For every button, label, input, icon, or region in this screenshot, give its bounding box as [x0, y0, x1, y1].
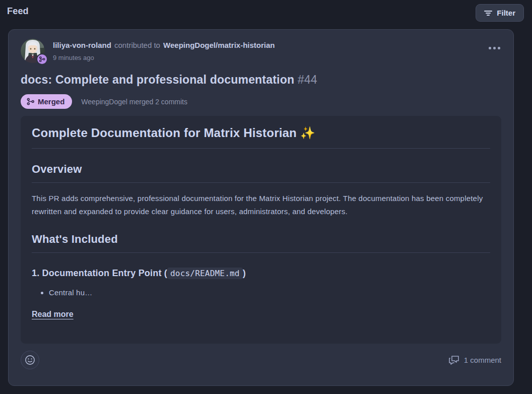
item-heading: 1. Documentation Entry Point (docs/READM… — [32, 268, 490, 279]
list-item: Central hu… — [49, 287, 490, 299]
avatar[interactable] — [21, 39, 45, 63]
read-more-link[interactable]: Read more — [32, 310, 74, 319]
inline-code: docs/README.md — [167, 268, 243, 279]
smiley-icon — [25, 355, 35, 365]
pr-title[interactable]: docs: Complete and professional document… — [21, 73, 501, 87]
page-title: Feed — [7, 4, 29, 17]
badge-row: Merged WeepingDogel merged 2 commits — [21, 94, 501, 109]
comments-count: 1 comment — [464, 356, 501, 364]
filter-icon — [484, 10, 492, 17]
merged-status-badge: Merged — [21, 94, 72, 109]
byline: liliya-von-roland contributed to Weeping… — [53, 41, 488, 49]
card-header: liliya-von-roland contributed to Weeping… — [21, 39, 501, 63]
pr-description: Complete Documentation for Matrix Histor… — [21, 116, 501, 344]
overview-heading: Overview — [32, 163, 490, 183]
filter-button[interactable]: Filter — [476, 4, 524, 22]
header-text: liliya-von-roland contributed to Weeping… — [53, 39, 488, 61]
more-options-button[interactable] — [488, 42, 501, 54]
repo-link[interactable]: WeepingDogel/matrix-historian — [163, 41, 275, 49]
action-text: contributed to — [114, 41, 160, 49]
merged-label: Merged — [38, 97, 64, 106]
author-link[interactable]: liliya-von-roland — [53, 41, 111, 49]
pr-number: #44 — [298, 73, 317, 86]
item-heading-prefix: 1. Documentation Entry Point ( — [32, 268, 167, 278]
feed-card: liliya-von-roland contributed to Weeping… — [8, 29, 514, 386]
add-reaction-button[interactable] — [21, 351, 39, 369]
comments-icon — [448, 355, 459, 365]
avatar-merge-badge — [36, 53, 48, 65]
card-footer: 1 comment — [21, 351, 501, 377]
comments-link[interactable]: 1 comment — [448, 355, 501, 365]
doc-heading: Complete Documentation for Matrix Histor… — [32, 126, 490, 149]
filter-label: Filter — [497, 9, 515, 17]
merge-detail: WeepingDogel merged 2 commits — [81, 98, 187, 106]
git-merge-icon — [39, 56, 45, 62]
timestamp: 9 minutes ago — [53, 54, 488, 61]
pr-title-text: docs: Complete and professional document… — [21, 73, 294, 86]
bullet-list: Central hu… — [49, 287, 490, 299]
git-merge-icon — [27, 98, 34, 105]
whats-included-heading: What's Included — [32, 233, 490, 253]
ellipsis-icon — [489, 47, 491, 49]
overview-paragraph: This PR adds comprehensive, professional… — [32, 192, 490, 219]
item-heading-suffix: ) — [243, 268, 246, 278]
topbar: Feed Filter — [0, 0, 532, 25]
